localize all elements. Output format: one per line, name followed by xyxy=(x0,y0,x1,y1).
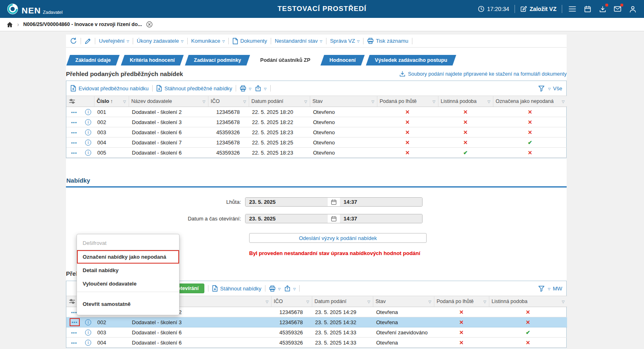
download-files-link[interactable]: Soubory podání najdete připravené ke sta… xyxy=(399,71,567,77)
create-vz-button[interactable]: Založit VZ xyxy=(520,6,556,13)
menu-nestandardni-stav[interactable]: Nestandardní stav▽ xyxy=(275,38,322,44)
row-actions-button[interactable]: ••• xyxy=(71,330,77,335)
info-icon[interactable]: i xyxy=(85,150,91,156)
stahnout-predbezne-nabidky-button[interactable]: Stáhnout předběžné nabídky xyxy=(156,85,232,92)
filter-icon[interactable]: ▽ xyxy=(484,300,486,304)
stahnout-nabidky-button[interactable]: Stáhnout nabídky xyxy=(212,285,261,292)
filter-icon[interactable]: ▽ xyxy=(562,100,565,104)
close-tab-button[interactable] xyxy=(146,21,153,28)
menu-item-otevrit-samostatne[interactable]: Otevřít samostatně xyxy=(77,297,179,311)
home-icon[interactable] xyxy=(7,22,13,28)
filter-icon[interactable]: ▽ xyxy=(488,100,491,104)
menu-sprava-vz[interactable]: Správa VZ▽ xyxy=(330,38,360,44)
table-row[interactable]: ••• i 002 Dodavatel - školení 3 12345678… xyxy=(66,117,567,127)
info-icon[interactable]: i xyxy=(85,340,91,346)
history-button[interactable] xyxy=(70,37,77,44)
print-record-button[interactable]: Tisk záznamu xyxy=(367,38,408,44)
row-actions-button[interactable]: ••• xyxy=(71,110,77,115)
filter-button[interactable] xyxy=(538,85,545,92)
filter-icon[interactable]: ▽ xyxy=(372,100,375,104)
calendar-picker-button[interactable] xyxy=(328,214,340,223)
row-actions-button[interactable]: ••• xyxy=(71,140,77,145)
column-header-nepodana[interactable]: ▽Označena jako nepodaná xyxy=(493,96,567,107)
table-settings-header[interactable] xyxy=(66,96,94,107)
oteviranni-date-input[interactable]: 23. 5. 2025 xyxy=(245,214,328,223)
filter-icon[interactable]: ▽ xyxy=(562,300,565,304)
column-header-stav[interactable]: ▽Stav xyxy=(373,296,434,307)
edit-record-button[interactable] xyxy=(85,38,91,44)
filter-icon[interactable]: ▽ xyxy=(123,100,126,104)
filter-preset-select[interactable]: ▽ Vše xyxy=(548,85,562,92)
tab-vysledek[interactable]: Výsledek zadávacího postupu xyxy=(366,55,456,65)
export-table-button[interactable]: ▽ xyxy=(255,85,266,92)
tab-zakladni-udaje[interactable]: Základní údaje xyxy=(66,55,120,65)
menu-dokumenty[interactable]: Dokumenty xyxy=(232,38,267,44)
column-header-ico[interactable]: ▽IČO xyxy=(208,96,249,107)
column-header-nazev[interactable]: ▽Název dodavatele xyxy=(129,96,208,107)
tab-kriteria-hodnoceni[interactable]: Kritéria hodnocení xyxy=(121,55,184,65)
user-profile-button[interactable] xyxy=(628,4,637,14)
table-row[interactable]: ••• i 004 Dodavatel - školení 7 12345678… xyxy=(66,137,567,148)
filter-button[interactable] xyxy=(538,286,545,292)
table-row[interactable]: ••• i 005 Dodavatel - školení 6 45359326… xyxy=(66,148,567,158)
filter-icon[interactable]: ▽ xyxy=(203,100,206,104)
row-actions-button[interactable]: ••• xyxy=(72,320,78,325)
odeslani-vyzvy-button[interactable]: Odeslání výzvy k podání nabídek xyxy=(249,233,427,243)
info-icon[interactable]: i xyxy=(85,319,91,325)
row-actions-button[interactable]: ••• xyxy=(71,340,77,345)
column-header-listinna[interactable]: ▽Listinná podoba xyxy=(438,96,493,107)
nen-logo[interactable]: NEN Zadavatel xyxy=(7,3,63,15)
lhuta-time-input[interactable]: 14:37 xyxy=(340,198,422,206)
column-header-cislo[interactable]: ▽Číslo↑ xyxy=(94,96,129,107)
info-icon[interactable]: i xyxy=(85,109,91,115)
tab-hodnoceni[interactable]: Hodnocení xyxy=(320,55,365,65)
filter-icon[interactable]: ▽ xyxy=(429,300,432,304)
filter-icon[interactable]: ▽ xyxy=(307,300,309,304)
table-row[interactable]: ••• i 004 Dodavatel - školení 6 45359326… xyxy=(66,338,567,348)
row-actions-button[interactable]: ••• xyxy=(71,130,77,135)
row-actions-button[interactable]: ••• xyxy=(71,151,77,155)
export-table-button[interactable]: ▽ xyxy=(284,285,296,292)
menu-komunikace[interactable]: Komunikace▽ xyxy=(191,38,225,44)
table-row[interactable]: ••• i 001 Dodavatel - školení 2 12345678… xyxy=(66,107,567,117)
breadcrumb-item[interactable]: N006/25/V00004860 - Inovace v rozvoji ří… xyxy=(23,22,142,27)
filter-icon[interactable]: ▽ xyxy=(433,100,436,104)
column-header-po-lhute[interactable]: ▽Podaná po lhůtě xyxy=(377,96,438,107)
print-table-button[interactable]: ▽ xyxy=(240,85,251,92)
filter-icon[interactable]: ▽ xyxy=(304,100,307,104)
info-icon[interactable]: i xyxy=(85,119,91,125)
info-icon[interactable]: i xyxy=(85,129,91,135)
column-header-stav[interactable]: ▽Stav xyxy=(310,96,377,107)
column-header-datum[interactable]: ▽Datum podání xyxy=(249,96,310,107)
filter-icon[interactable]: ▽ xyxy=(368,300,370,304)
info-icon[interactable]: i xyxy=(85,140,91,146)
tab-zadavaci-podminky[interactable]: Zadávací podmínky xyxy=(185,55,250,65)
table-row[interactable]: ••• i 003 Dodavatel - školení 6 45359326… xyxy=(66,327,567,338)
column-header-po-lhute[interactable]: ▽Podaná po lhůtě xyxy=(434,296,489,307)
row-actions-button[interactable]: ••• xyxy=(71,120,77,125)
messages-button[interactable] xyxy=(613,4,622,14)
filter-icon[interactable]: ▽ xyxy=(266,300,269,304)
evidovat-predbeznou-nabidku-button[interactable]: Evidovat předběžnou nabídku xyxy=(70,85,149,92)
column-header-datum[interactable]: ▽Datum podání xyxy=(312,296,373,307)
calendar-button[interactable] xyxy=(583,4,592,14)
tab-podani-ucastniku[interactable]: Podání účastníků ZP xyxy=(251,55,319,65)
table-row[interactable]: ••• i 003 Dodavatel - školení 6 45359326… xyxy=(66,127,567,137)
print-table-button[interactable]: ▽ xyxy=(269,286,280,292)
column-header-ico[interactable]: ▽IČO xyxy=(271,296,312,307)
menu-ukony-zadavatele[interactable]: Úkony zadavatele▽ xyxy=(137,38,184,44)
menu-item-detail-nabidky[interactable]: Detail nabídky xyxy=(77,264,179,277)
table-row-selected[interactable]: ••• i 002 Dodavatel - školení 3 12345678… xyxy=(66,317,567,327)
lhuta-date-input[interactable]: 23. 5. 2025 xyxy=(245,198,328,206)
oteviranni-time-input[interactable]: 14:37 xyxy=(340,214,422,223)
hamburger-menu-button[interactable] xyxy=(567,4,577,14)
menu-item-oznaceni-nepodana[interactable]: Označení nabídky jako nepodaná xyxy=(77,250,179,264)
filter-icon[interactable]: ▽ xyxy=(243,100,246,104)
calendar-picker-button[interactable] xyxy=(328,198,340,206)
downloads-button[interactable] xyxy=(598,4,607,14)
menu-item-desifrovat[interactable]: Dešifrovat xyxy=(77,236,179,250)
filter-preset-select[interactable]: ▽ MW xyxy=(548,286,562,292)
menu-item-vylouceni-dodavatele[interactable]: Vyloučení dodavatele xyxy=(77,277,179,290)
column-header-listinna[interactable]: ▽Listinná podoba xyxy=(489,296,567,307)
menu-uverejneni[interactable]: Uveřejnění▽ xyxy=(99,38,129,44)
